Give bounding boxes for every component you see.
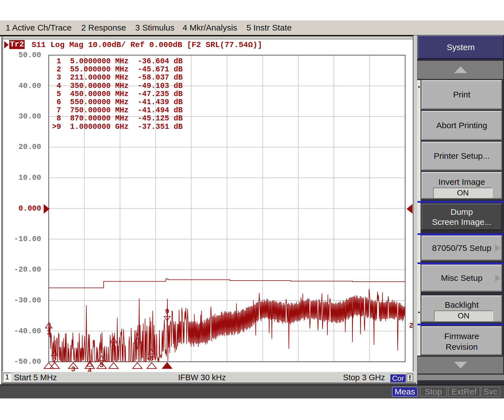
svg-text:7: 7 <box>135 344 139 352</box>
svg-text:8: 8 <box>150 355 154 363</box>
svg-text:1: 1 <box>46 328 51 337</box>
svg-text:9: 9 <box>165 308 169 316</box>
svg-text:2: 2 <box>53 356 57 365</box>
svg-text:6: 6 <box>111 343 116 351</box>
svg-text:2: 2 <box>409 322 413 330</box>
